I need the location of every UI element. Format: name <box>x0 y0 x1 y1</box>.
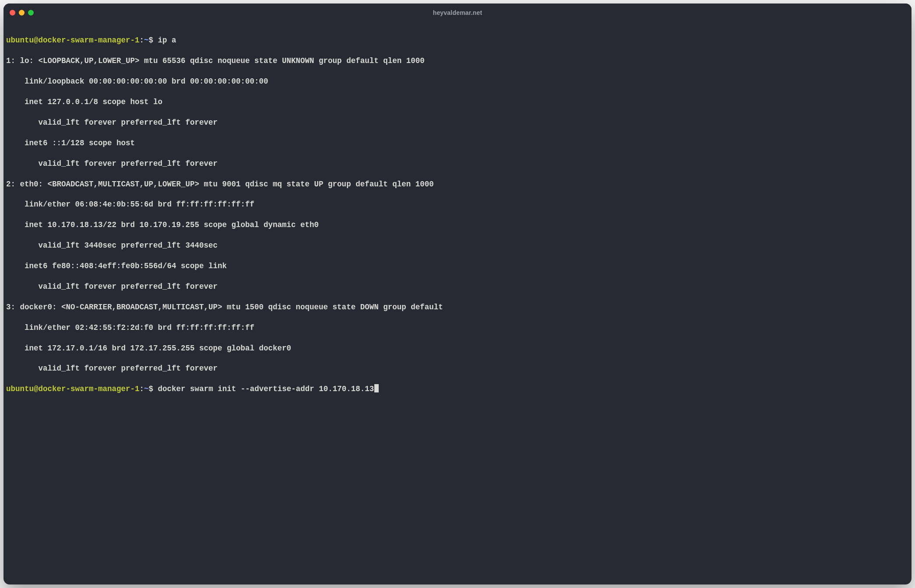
traffic-lights <box>10 10 34 16</box>
prompt-user-host: ubuntu@docker-swarm-manager-1 <box>6 385 140 394</box>
prompt-colon: : <box>140 36 144 45</box>
output-line: valid_lft forever preferred_lft forever <box>6 159 909 169</box>
terminal-body[interactable]: ubuntu@docker-swarm-manager-1:~$ ip a 1:… <box>4 22 911 584</box>
output-line: 1: lo: <LOOPBACK,UP,LOWER_UP> mtu 65536 … <box>6 56 909 66</box>
output-line: inet6 fe80::408:4eff:fe0b:556d/64 scope … <box>6 261 909 271</box>
output-line: valid_lft forever preferred_lft forever <box>6 364 909 374</box>
output-line: valid_lft forever preferred_lft forever <box>6 118 909 128</box>
zoom-icon[interactable] <box>28 10 34 16</box>
close-icon[interactable] <box>10 10 15 16</box>
output-line: inet 10.170.18.13/22 brd 10.170.19.255 s… <box>6 220 909 230</box>
cursor-icon <box>374 384 379 392</box>
output-line: inet6 ::1/128 scope host <box>6 138 909 148</box>
terminal-window: heyvaldemar.net ubuntu@docker-swarm-mana… <box>4 4 911 584</box>
prompt-colon: : <box>140 385 144 394</box>
window-title: heyvaldemar.net <box>433 9 482 16</box>
output-line: inet 172.17.0.1/16 brd 172.17.255.255 sc… <box>6 343 909 354</box>
prompt-path: ~ <box>144 36 149 45</box>
command-docker-swarm-init: docker swarm init --advertise-addr 10.17… <box>153 385 374 394</box>
titlebar: heyvaldemar.net <box>4 4 911 22</box>
prompt-line-2: ubuntu@docker-swarm-manager-1:~$ docker … <box>6 384 909 395</box>
output-line: inet 127.0.0.1/8 scope host lo <box>6 97 909 107</box>
command-ip-a: ip a <box>153 36 176 45</box>
output-line: 2: eth0: <BROADCAST,MULTICAST,UP,LOWER_U… <box>6 179 909 189</box>
output-line: link/ether 02:42:55:f2:2d:f0 brd ff:ff:f… <box>6 323 909 333</box>
output-line: valid_lft forever preferred_lft forever <box>6 282 909 292</box>
prompt-dollar: $ <box>149 36 154 45</box>
output-line: link/ether 06:08:4e:0b:55:6d brd ff:ff:f… <box>6 200 909 210</box>
output-line: 3: docker0: <NO-CARRIER,BROADCAST,MULTIC… <box>6 302 909 312</box>
prompt-path: ~ <box>144 385 149 394</box>
output-line: link/loopback 00:00:00:00:00:00 brd 00:0… <box>6 77 909 87</box>
output-line: valid_lft 3440sec preferred_lft 3440sec <box>6 241 909 251</box>
prompt-line-1: ubuntu@docker-swarm-manager-1:~$ ip a <box>6 35 909 46</box>
prompt-user-host: ubuntu@docker-swarm-manager-1 <box>6 36 140 45</box>
minimize-icon[interactable] <box>19 10 25 16</box>
prompt-dollar: $ <box>149 385 154 394</box>
